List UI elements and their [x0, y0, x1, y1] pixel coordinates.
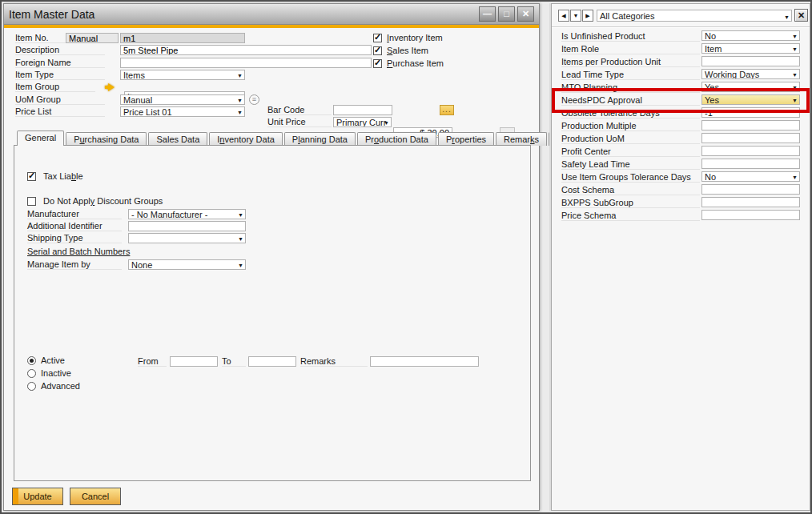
item-no-field[interactable]	[120, 33, 245, 43]
shipping-type-dropdown[interactable]: ▼	[128, 233, 246, 243]
property-label: Use Item Groups Tolerance Days	[561, 172, 700, 183]
uom-list-icon[interactable]: ≡	[249, 94, 259, 105]
radio-icon	[27, 369, 36, 378]
category-filter-dropdown[interactable]: All Categories ▼	[597, 10, 792, 22]
tax-liable-label: Tax Liable	[43, 171, 83, 181]
dropdown-arrow-icon: ▼	[792, 83, 798, 92]
property-row: Use Item Groups Tolerance DaysNo▼	[560, 171, 802, 184]
property-row: Is Unfinished ProductNo▼	[560, 30, 802, 43]
price-list-dropdown[interactable]: Price List 01 ▼	[120, 106, 245, 117]
nav-down-button[interactable]: ▼	[570, 10, 581, 22]
property-dropdown-item-role[interactable]: Item▼	[701, 43, 800, 54]
property-row: MTO PlanningYes▼	[560, 82, 802, 94]
uom-group-dropdown[interactable]: Manual ▼	[120, 94, 245, 105]
property-field-obsolete-tolerance-days[interactable]	[701, 107, 800, 118]
serial-batch-heading: Serial and Batch Numbers	[27, 247, 130, 256]
maximize-icon[interactable]: □	[498, 6, 515, 22]
remarks-field[interactable]	[370, 356, 479, 367]
tab-properties[interactable]: Properties	[438, 132, 494, 146]
property-label: NeedsPDC Approval	[561, 95, 700, 106]
panel-close-button[interactable]: ✕	[794, 9, 808, 22]
radio-advanced[interactable]: Advanced	[27, 381, 80, 391]
manufacturer-label: Manufacturer	[27, 209, 122, 219]
title-bar: Item Master Data — □ ✕	[4, 4, 539, 25]
price-list-label: Price List	[15, 106, 105, 117]
property-row: Production UoM	[560, 133, 802, 146]
tab-production-data[interactable]: Production Data	[357, 132, 436, 146]
property-label: Safety Lead Time	[561, 159, 700, 170]
property-label: Item Role	[561, 44, 700, 54]
item-type-dropdown[interactable]: Items ▼	[120, 70, 245, 80]
nav-right-button[interactable]: ▶	[582, 10, 593, 22]
tab-inventory-data[interactable]: Inventory Data	[209, 132, 283, 146]
property-label: Price Schema	[561, 211, 700, 221]
window-title: Item Master Data	[9, 8, 94, 21]
property-field-price-schema[interactable]	[701, 210, 800, 220]
property-field-safety-lead-time[interactable]	[701, 159, 800, 169]
checkbox-label: Inventory Item	[387, 33, 443, 42]
property-field-cost-schema[interactable]	[701, 184, 800, 195]
property-row: Obsolete Tolerance Days	[560, 107, 802, 120]
property-label: Items per Production Unit	[561, 57, 700, 67]
property-dropdown-is-unfinished-product[interactable]: No▼	[701, 30, 800, 41]
property-label: Lead Time Type	[561, 70, 700, 80]
property-field-items-per-production-unit[interactable]	[701, 56, 800, 66]
valid-to-field[interactable]	[248, 356, 296, 367]
link-arrow-icon[interactable]	[108, 83, 115, 91]
property-dropdown-lead-time-type[interactable]: Working Days▼	[701, 69, 800, 79]
property-dropdown-use-item-groups-tolerance-days[interactable]: No▼	[701, 171, 800, 182]
tab-planning-data[interactable]: Planning Data	[284, 132, 356, 146]
shipping-type-label: Shipping Type	[27, 233, 122, 243]
window-controls: — □ ✕	[479, 6, 534, 22]
property-field-bxpps-subgroup[interactable]	[701, 197, 800, 207]
dropdown-arrow-icon: ▼	[238, 211, 243, 219]
tab-sales-data[interactable]: Sales Data	[148, 132, 207, 146]
property-value: Yes	[705, 95, 719, 105]
property-row: Cost Schema	[560, 184, 802, 197]
additional-identifier-field[interactable]	[128, 221, 246, 231]
manufacturer-dropdown[interactable]: - No Manufacturer - ▼	[128, 209, 246, 219]
tab-general[interactable]: General	[17, 131, 64, 146]
discount-groups-checkbox[interactable]: Do Not Apply Discount Groups	[27, 196, 163, 206]
property-label: Production UoM	[561, 134, 700, 144]
remarks-label: Remarks	[300, 356, 368, 367]
tab-remarks[interactable]: Remarks	[496, 132, 547, 146]
property-row: Safety Lead Time	[560, 159, 802, 171]
property-field-production-multiple[interactable]	[701, 120, 800, 131]
cancel-button[interactable]: Cancel	[70, 488, 121, 505]
dropdown-arrow-icon: ▼	[792, 45, 798, 54]
foreign-name-field[interactable]	[120, 58, 372, 68]
description-label: Description	[15, 45, 105, 55]
checkbox-inventory-item[interactable]: ✓Inventory Item	[373, 33, 443, 42]
tax-liable-checkbox[interactable]: ✓ Tax Liable	[27, 171, 83, 181]
property-label: BXPPS SubGroup	[561, 198, 700, 208]
radio-inactive[interactable]: Inactive	[27, 368, 71, 378]
dropdown-arrow-icon: ▼	[238, 235, 243, 243]
to-label: To	[222, 356, 246, 367]
property-field-production-uom[interactable]	[701, 133, 800, 143]
property-value: Working Days	[705, 70, 759, 79]
close-icon[interactable]: ✕	[517, 6, 534, 22]
property-dropdown-mto-planning[interactable]: Yes▼	[701, 82, 800, 92]
description-field[interactable]	[120, 45, 372, 55]
tab-strip: GeneralPurchasing DataSales DataInventor…	[17, 131, 615, 146]
property-field-profit-center[interactable]	[701, 146, 800, 156]
property-value: Item	[705, 44, 722, 54]
property-rows: Is Unfinished ProductNo▼Item RoleItem▼It…	[560, 30, 802, 223]
update-button[interactable]: Update	[12, 488, 63, 505]
checkbox-sales-item[interactable]: ✓Sales Item	[373, 46, 428, 55]
property-value: Yes	[705, 82, 719, 92]
checkbox-icon	[27, 197, 36, 206]
tab-purchasing-data[interactable]: Purchasing Data	[66, 132, 147, 146]
checkbox-purchase-item[interactable]: ✓Purchase Item	[373, 58, 444, 68]
minimize-icon[interactable]: —	[479, 6, 496, 22]
checkbox-icon: ✓	[373, 46, 382, 55]
property-dropdown-needspdc-approval[interactable]: Yes▼	[701, 94, 800, 105]
property-label: Obsolete Tolerance Days	[561, 108, 700, 118]
item-no-prefix-field[interactable]	[66, 33, 119, 43]
manage-item-by-dropdown[interactable]: None ▼	[128, 259, 246, 270]
currency-dropdown[interactable]: Primary Curr ▼	[333, 117, 392, 127]
nav-left-button[interactable]: ◀	[558, 10, 569, 22]
uom-group-label: UoM Group	[15, 94, 105, 105]
valid-from-field[interactable]	[170, 356, 218, 367]
